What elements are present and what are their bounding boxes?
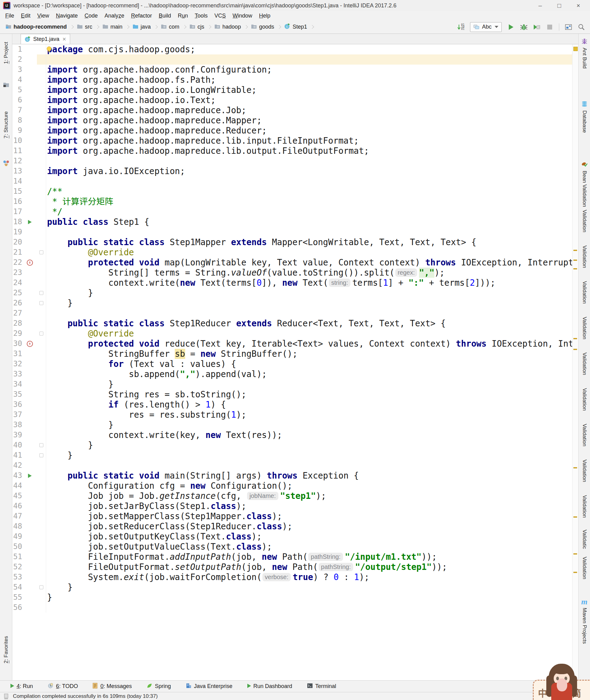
menu-refactor[interactable]: Refactor — [128, 12, 155, 20]
warning-mark[interactable] — [573, 338, 577, 339]
intention-bulb-icon[interactable] — [47, 46, 52, 51]
warning-mark[interactable] — [573, 516, 577, 518]
breadcrumb-com[interactable]: com — [161, 24, 179, 30]
warning-mark[interactable] — [573, 250, 577, 251]
overriding-method-icon[interactable]: ↑ — [27, 341, 33, 347]
minimize-button[interactable]: – — [536, 2, 545, 9]
structure-tool-wrap[interactable] — [0, 158, 12, 170]
tool-button-1-project[interactable]: 1: Project — [0, 42, 12, 64]
tool-button-database[interactable]: Database — [579, 99, 590, 133]
tool-windows-layout-icon[interactable] — [565, 22, 572, 32]
tool-button-7-structure[interactable]: 7: Structure — [0, 111, 12, 138]
code-text: public static class Step1Reducer extends… — [46, 318, 572, 328]
warning-mark[interactable] — [573, 349, 577, 350]
menu-vcs[interactable]: VCS — [211, 12, 229, 20]
tool-button-4-run[interactable]: 4: Run — [10, 683, 33, 690]
tool-button-run-dashboard[interactable]: Run Dashboard — [247, 683, 292, 690]
tool-button-validatic[interactable]: Validatic — [579, 530, 590, 549]
menu-navigate[interactable]: Navigate — [53, 12, 81, 20]
tool-button-validation[interactable]: Validation — [579, 424, 590, 446]
tool-button-validation[interactable]: Validation — [579, 353, 590, 375]
tool-button-bean-validation[interactable]: Bean Validation — [579, 159, 590, 207]
fold-marker-icon[interactable] — [39, 291, 43, 295]
tool-button-validation[interactable]: Validation — [579, 245, 590, 268]
tool-button-spring[interactable]: Spring — [146, 683, 171, 690]
inspections-indicator[interactable] — [573, 47, 578, 51]
breadcrumb-goods[interactable]: goods — [251, 24, 274, 30]
tool-button-validation[interactable]: Validation — [579, 317, 590, 339]
menu-build[interactable]: Build — [155, 12, 174, 20]
menu-file[interactable]: File — [2, 12, 17, 20]
breadcrumb-cjs[interactable]: cjs — [190, 24, 204, 30]
breadcrumb-java[interactable]: java — [132, 24, 151, 30]
line-number: 11 — [12, 146, 23, 156]
menu-view[interactable]: View — [34, 12, 53, 20]
debug-button[interactable] — [520, 22, 527, 32]
search-everywhere-icon[interactable] — [578, 22, 585, 32]
menu-help[interactable]: Help — [256, 12, 274, 20]
javaee-icon — [186, 683, 192, 690]
breadcrumb-hadoop[interactable]: hadoop — [214, 24, 241, 30]
tool-button-label: Maven Projects — [581, 608, 588, 644]
tool-button-terminal[interactable]: Terminal — [307, 683, 336, 690]
menu-edit[interactable]: Edit — [17, 12, 34, 20]
tab-close-icon[interactable]: × — [63, 36, 66, 42]
menu-analyze[interactable]: Analyze — [101, 12, 128, 20]
layers-icon — [473, 25, 480, 29]
maximize-button[interactable]: □ — [555, 2, 564, 9]
breadcrumb-main[interactable]: main — [102, 24, 122, 30]
fold-marker-icon[interactable] — [39, 585, 43, 589]
breadcrumb-src[interactable]: src — [77, 24, 92, 30]
tool-button-validation[interactable]: Validation — [579, 460, 590, 482]
tool-button-maven-projects[interactable]: mMaven Projects — [579, 596, 590, 644]
tool-button-6-todo[interactable]: 6: TODO — [48, 683, 78, 690]
status-toggle-icon[interactable] — [4, 693, 9, 699]
fold-marker-icon[interactable] — [39, 331, 43, 335]
tool-button-validation[interactable]: Validation — [579, 281, 590, 304]
code-text: job.setMapperClass(Step1Mapper.class); — [46, 511, 572, 521]
tool-button-java-enterprise[interactable]: Java Enterprise — [186, 683, 232, 690]
breadcrumb-hadoop-recommend[interactable]: hadoop-recommend — [6, 24, 67, 30]
tool-button-validation[interactable]: Validation — [579, 210, 590, 232]
menu-tools[interactable]: Tools — [191, 12, 211, 20]
menu-run[interactable]: Run — [174, 12, 191, 20]
menu-code[interactable]: Code — [81, 12, 101, 20]
tool-button-0-messages[interactable]: 0: Messages — [93, 683, 132, 690]
warning-mark[interactable] — [573, 553, 577, 555]
code-line: 56 — [12, 602, 572, 613]
run-configuration-select[interactable]: Abc — [470, 22, 502, 32]
fold-marker-icon[interactable] — [39, 251, 43, 255]
tab-step1-java[interactable]: c Step1.java × — [21, 34, 70, 44]
line-number: 5 — [12, 85, 23, 95]
navigation-bar: hadoop-recommendsrcmainjavacomcjshadoopg… — [0, 20, 590, 34]
code-editor[interactable]: 1package com.cjs.hadoop.goods;23import o… — [12, 44, 572, 680]
fold-marker-icon[interactable] — [39, 443, 43, 447]
warning-mark[interactable] — [573, 572, 577, 573]
tool-button-2-favorites[interactable]: 2: Favorites — [0, 636, 12, 664]
tab-label: Step1.java — [33, 36, 60, 42]
warning-mark[interactable] — [573, 260, 577, 261]
tool-button-validation[interactable]: Validation — [579, 388, 590, 411]
code-text: FileInputFormat.addInputPath(job, new Pa… — [46, 552, 572, 562]
code-text: } — [46, 298, 572, 308]
menu-window[interactable]: Window — [229, 12, 256, 20]
run-with-coverage-button[interactable] — [533, 22, 540, 32]
breadcrumb-step1[interactable]: cStep1 — [284, 23, 307, 31]
sort-lines-icon[interactable]: 011001 — [457, 22, 465, 32]
close-button[interactable]: × — [574, 2, 583, 9]
tool-button-ant-build[interactable]: Ant Build — [579, 36, 590, 69]
run-method-icon[interactable] — [28, 220, 32, 224]
run-button[interactable] — [507, 22, 515, 32]
stop-button[interactable] — [546, 22, 554, 32]
tool-button-validation[interactable]: Validation — [579, 495, 590, 518]
tool-button-validation[interactable]: Validation — [579, 557, 590, 579]
warning-mark[interactable] — [573, 268, 577, 270]
run-method-icon[interactable] — [28, 474, 32, 478]
fold-marker-icon[interactable] — [39, 453, 43, 457]
overriding-method-icon[interactable]: ↑ — [27, 260, 33, 266]
error-stripe[interactable] — [572, 44, 578, 680]
warning-mark[interactable] — [573, 467, 577, 469]
project-tool-wrap[interactable] — [0, 80, 12, 91]
tool-button-label: 4: Run — [17, 683, 33, 690]
fold-marker-icon[interactable] — [39, 301, 43, 305]
